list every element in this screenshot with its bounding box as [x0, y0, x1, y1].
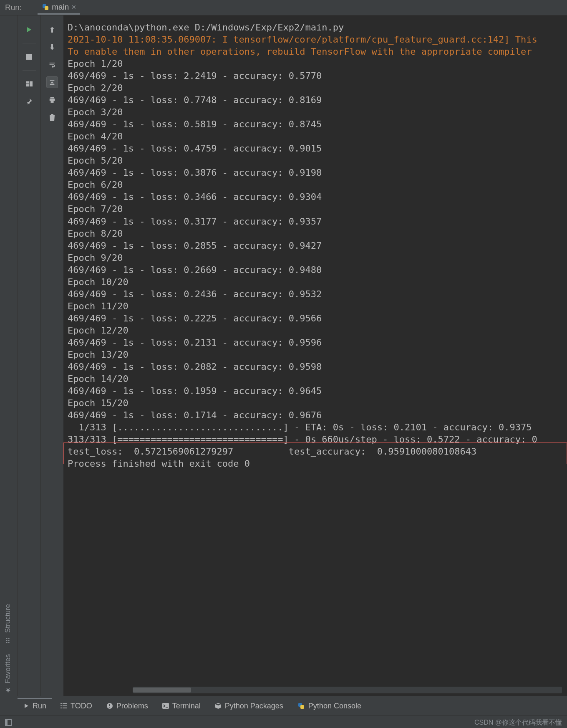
problems-toolwindow-button[interactable]: Problems [101, 699, 154, 713]
python-packages-button[interactable]: Python Packages [209, 699, 289, 713]
svg-rect-5 [109, 704, 110, 706]
stop-button[interactable] [23, 51, 35, 63]
scrollbar-thumb[interactable] [133, 688, 191, 693]
python-icon [297, 702, 305, 710]
tool-title: Run: [0, 3, 27, 12]
python-packages-label: Python Packages [225, 702, 283, 710]
warning-icon [106, 703, 113, 709]
run-tool-header: Run: main × [0, 0, 567, 15]
python-file-icon [42, 3, 49, 11]
bottom-tool-bar: Run TODO Problems Terminal Python Packag… [0, 696, 567, 715]
svg-rect-9 [5, 720, 8, 725]
rerun-button[interactable] [23, 24, 35, 35]
separator [23, 43, 36, 43]
svg-rect-2 [26, 84, 29, 86]
run-body: ⠿ Structure ★ Favorites [0, 15, 567, 696]
up-stack-button[interactable] [46, 24, 58, 35]
python-console-label: Python Console [308, 702, 361, 710]
favorites-label: Favorites [4, 654, 12, 683]
structure-icon: ⠿ [5, 635, 10, 644]
layout-settings-button[interactable] [23, 78, 35, 90]
star-icon: ★ [5, 686, 11, 695]
print-button[interactable] [46, 94, 58, 106]
scroll-to-end-button[interactable] [46, 76, 58, 88]
left-vertical-tabs: ⠿ Structure ★ Favorites [0, 604, 16, 695]
soft-wrap-button[interactable] [46, 59, 58, 71]
svg-rect-0 [26, 54, 32, 60]
left-tool-rail [0, 15, 18, 696]
close-tab-icon[interactable]: × [71, 3, 76, 12]
structure-label: Structure [4, 604, 12, 633]
run-toolwindow-label: Run [33, 702, 46, 710]
terminal-toolwindow-button[interactable]: Terminal [156, 699, 207, 713]
console-output-panel[interactable]: D:\anoconda\python.exe D:/Windows/Exp/Ex… [63, 15, 567, 696]
console-text: D:\anoconda\python.exe D:/Windows/Exp/Ex… [63, 15, 567, 475]
terminal-icon [162, 703, 169, 709]
structure-toolwindow-tab[interactable]: ⠿ Structure [4, 604, 12, 644]
favorites-toolwindow-tab[interactable]: ★ Favorites [4, 654, 12, 695]
separator [23, 70, 36, 71]
play-icon [23, 703, 29, 709]
svg-rect-3 [30, 81, 33, 86]
pin-button[interactable] [23, 96, 35, 107]
run-tab-label: main [52, 3, 69, 12]
terminal-label: Terminal [172, 702, 201, 710]
todo-label: TODO [71, 702, 92, 710]
run-tab-main[interactable]: main × [38, 1, 80, 15]
run-toolwindow-button[interactable]: Run [18, 698, 52, 713]
horizontal-scrollbar[interactable] [133, 687, 562, 693]
run-actions-column [18, 15, 41, 696]
down-stack-button[interactable] [46, 41, 58, 53]
clear-all-button[interactable] [46, 111, 58, 123]
svg-rect-7 [162, 703, 169, 709]
packages-icon [215, 703, 222, 709]
list-icon [60, 703, 67, 709]
toolwindows-quick-access-icon[interactable] [5, 719, 12, 726]
console-actions-column [41, 15, 63, 696]
todo-toolwindow-button[interactable]: TODO [55, 699, 98, 713]
status-watermark: CSDN @你这个代码我看不懂 [474, 718, 562, 727]
svg-rect-6 [109, 707, 110, 708]
result-highlight-box [63, 442, 567, 464]
svg-rect-1 [26, 81, 29, 83]
python-console-button[interactable]: Python Console [292, 699, 367, 713]
problems-label: Problems [116, 702, 148, 710]
status-bar: CSDN @你这个代码我看不懂 [0, 715, 567, 728]
